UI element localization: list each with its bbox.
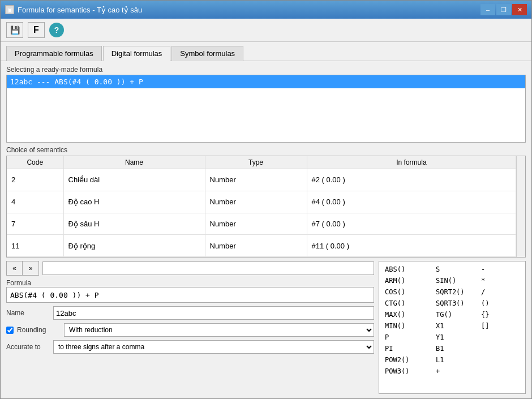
formula-row-label: Formula — [6, 279, 374, 303]
formula-list[interactable]: 12abc --- ABS(#4 ( 0.00 )) + P — [6, 75, 526, 143]
function-item[interactable]: * — [480, 276, 508, 288]
function-item[interactable]: POW2() — [384, 355, 435, 367]
cell-code: 11 — [7, 235, 63, 257]
function-item[interactable]: / — [480, 288, 508, 299]
cell-formula: #7 ( 0.00 ) — [307, 213, 516, 235]
rounding-label: Rounding — [17, 326, 59, 334]
function-item[interactable] — [480, 333, 508, 344]
function-item[interactable]: - — [480, 265, 508, 276]
left-panel: « » Formula Name Rounding — [6, 261, 374, 394]
window-icon: ▣ — [5, 5, 14, 14]
table-scrollbar[interactable] — [516, 156, 525, 257]
semantics-label: Choice of semantics — [6, 146, 526, 154]
cell-type: Number — [205, 191, 307, 213]
minimize-button[interactable]: – — [480, 4, 495, 15]
cell-type: Number — [205, 235, 307, 257]
function-item[interactable]: () — [480, 299, 508, 310]
rounding-checkbox-group: Rounding — [6, 326, 59, 334]
tab-symbol[interactable]: Symbol formulas — [171, 46, 243, 61]
nav-input[interactable] — [42, 261, 374, 275]
function-item[interactable]: B1 — [435, 344, 480, 355]
window-title: Formula for semantics - Tỷ cao tỷ sâu — [18, 6, 142, 14]
table-row[interactable]: 11 Độ rộng Number #11 ( 0.00 ) — [7, 235, 516, 257]
cell-code: 4 — [7, 191, 63, 213]
tab-programmable[interactable]: Programmable formulas — [6, 46, 102, 61]
rounding-row: Rounding With reductionWithout reduction — [6, 323, 374, 337]
cell-name: Độ rộng — [63, 235, 205, 257]
function-item[interactable]: ABS() — [384, 265, 435, 276]
toolbar: 💾 F ? — [1, 19, 531, 42]
cell-code: 2 — [7, 169, 63, 191]
function-item[interactable]: SIN() — [435, 276, 480, 288]
cell-code: 7 — [7, 213, 63, 235]
main-window: ▣ Formula for semantics - Tỷ cao tỷ sâu … — [0, 0, 532, 399]
accurate-label: Accurate to — [6, 343, 49, 351]
semantics-table: Code Name Type In formula 2 Chiều dài Nu… — [7, 156, 516, 257]
function-item[interactable] — [480, 355, 508, 367]
function-item[interactable]: SQRT2() — [435, 288, 480, 299]
accurate-select[interactable]: to three signs after a commato two signs… — [53, 340, 374, 354]
save-button[interactable]: 💾 — [6, 22, 23, 38]
rounding-checkbox[interactable] — [6, 327, 14, 334]
function-item[interactable]: S — [435, 265, 480, 276]
function-item[interactable]: ARM() — [384, 276, 435, 288]
save-icon: 💾 — [10, 25, 20, 35]
formula-value-input[interactable] — [6, 287, 374, 303]
col-code: Code — [7, 156, 63, 169]
f-label: F — [33, 25, 39, 35]
cell-type: Number — [205, 213, 307, 235]
function-item[interactable]: X1 — [435, 321, 480, 333]
main-content: Selecting a ready-made formula 12abc ---… — [1, 61, 531, 398]
col-type: Type — [205, 156, 307, 169]
function-item[interactable]: {} — [480, 310, 508, 321]
cell-formula: #2 ( 0.00 ) — [307, 169, 516, 191]
nav-prev-button[interactable]: « — [7, 261, 23, 275]
table-row[interactable]: 7 Độ sâu H Number #7 ( 0.00 ) — [7, 213, 516, 235]
title-controls: – ❐ ✕ — [480, 4, 527, 15]
formula-select-section: Selecting a ready-made formula 12abc ---… — [6, 66, 526, 143]
function-item[interactable]: + — [435, 367, 480, 378]
function-item[interactable]: COS() — [384, 288, 435, 299]
nav-next-button[interactable]: » — [23, 261, 38, 275]
formula-select-label: Selecting a ready-made formula — [6, 66, 526, 74]
close-button[interactable]: ✕ — [512, 4, 527, 15]
table-row[interactable]: 4 Độ cao H Number #4 ( 0.00 ) — [7, 191, 516, 213]
title-bar-left: ▣ Formula for semantics - Tỷ cao tỷ sâu — [5, 5, 142, 14]
function-item[interactable]: POW3() — [384, 367, 435, 378]
function-item[interactable]: PI — [384, 344, 435, 355]
nav-row: « » — [6, 261, 374, 276]
cell-formula: #11 ( 0.00 ) — [307, 235, 516, 257]
function-item[interactable]: L1 — [435, 355, 480, 367]
function-item[interactable] — [480, 367, 508, 378]
tab-bar: Programmable formulas Digital formulas S… — [1, 42, 531, 61]
accurate-row: Accurate to to three signs after a comma… — [6, 340, 374, 354]
function-item[interactable]: Y1 — [435, 333, 480, 344]
name-input[interactable] — [53, 306, 374, 320]
cell-name: Độ cao H — [63, 191, 205, 213]
rounding-select[interactable]: With reductionWithout reduction — [64, 323, 374, 337]
col-formula: In formula — [307, 156, 516, 169]
function-item[interactable]: MAX() — [384, 310, 435, 321]
function-item[interactable]: [] — [480, 321, 508, 333]
nav-btn-group: « » — [6, 261, 39, 276]
function-item[interactable]: TG() — [435, 310, 480, 321]
formula-row[interactable]: 12abc --- ABS(#4 ( 0.00 )) + P — [7, 75, 525, 88]
col-name: Name — [63, 156, 205, 169]
function-panel: ABS()S-ARM()SIN()*COS()SQRT2()/CTG()SQRT… — [379, 261, 526, 394]
cell-name: Chiều dài — [63, 169, 205, 191]
table-row[interactable]: 2 Chiều dài Number #2 ( 0.00 ) — [7, 169, 516, 191]
help-icon: ? — [54, 25, 59, 35]
function-item[interactable]: CTG() — [384, 299, 435, 310]
f-button[interactable]: F — [28, 22, 45, 38]
function-item[interactable] — [480, 344, 508, 355]
tab-digital[interactable]: Digital formulas — [103, 46, 171, 61]
bottom-section: « » Formula Name Rounding — [6, 261, 526, 394]
name-label: Name — [6, 309, 49, 317]
function-item[interactable]: MIN() — [384, 321, 435, 333]
help-button[interactable]: ? — [49, 23, 64, 37]
restore-button[interactable]: ❐ — [496, 4, 511, 15]
semantics-table-wrap: Code Name Type In formula 2 Chiều dài Nu… — [6, 156, 526, 258]
function-item[interactable]: P — [384, 333, 435, 344]
cell-formula: #4 ( 0.00 ) — [307, 191, 516, 213]
function-item[interactable]: SQRT3() — [435, 299, 480, 310]
